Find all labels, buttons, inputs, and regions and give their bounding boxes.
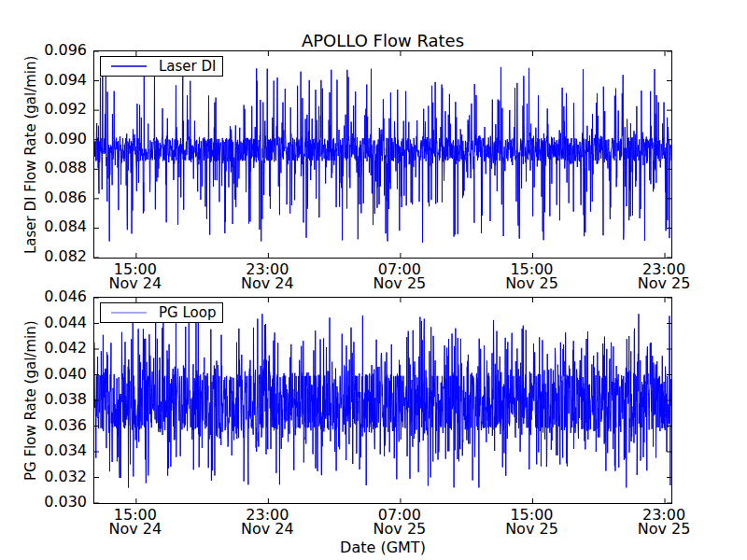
x-tick-label: 23:00Nov 25: [622, 262, 706, 290]
x-tick-date: Nov 25: [358, 276, 442, 290]
y-tick-label: 0.086: [29, 190, 87, 205]
legend-line-sample-icon: [111, 65, 147, 67]
y-tick-label: 0.088: [29, 161, 87, 175]
y-tick-label: 0.034: [29, 443, 87, 458]
axes-pg-loop: PG Loop: [93, 297, 672, 504]
pg-loop-plot-area: [94, 298, 671, 503]
x-tick-label: 07:00Nov 25: [358, 508, 442, 536]
y-tick-label: 0.082: [29, 249, 87, 264]
x-tick-date: Nov 24: [225, 276, 309, 290]
legend-pg-loop: PG Loop: [100, 302, 223, 323]
y-tick-label: 0.038: [29, 392, 87, 407]
x-tick-date: Nov 25: [489, 276, 573, 290]
x-tick-label: 15:00Nov 24: [93, 262, 177, 290]
y-tick-label: 0.092: [29, 102, 87, 117]
x-tick-date: Nov 24: [225, 522, 309, 536]
legend-label-laser-di: Laser DI: [159, 58, 217, 75]
y-tick-label: 0.096: [29, 43, 87, 58]
x-tick-label: 23:00Nov 25: [622, 508, 706, 536]
y-tick-label: 0.084: [29, 219, 87, 234]
y-tick-label: 0.036: [29, 418, 87, 433]
series-pg-loop: [94, 314, 671, 487]
xlabel-date-gmt: Date (GMT): [93, 539, 672, 556]
x-tick-date: Nov 24: [93, 522, 177, 536]
apollo-flow-rates-figure: APOLLO Flow Rates Laser DI PG Loop Laser…: [0, 0, 747, 560]
laser-di-plot-area: [94, 51, 671, 258]
legend-line-sample-icon: [111, 312, 147, 314]
legend-laser-di: Laser DI: [100, 56, 223, 77]
y-tick-label: 0.042: [29, 341, 87, 356]
x-tick-date: Nov 25: [622, 276, 706, 290]
series-laser-di: [94, 67, 671, 243]
x-tick-date: Nov 24: [93, 276, 177, 290]
y-tick-label: 0.046: [29, 289, 87, 304]
x-tick-date: Nov 25: [489, 522, 573, 536]
x-tick-label: 15:00Nov 24: [93, 508, 177, 536]
x-tick-date: Nov 25: [622, 522, 706, 536]
x-tick-label: 15:00Nov 25: [489, 508, 573, 536]
chart-title: APOLLO Flow Rates: [93, 31, 672, 50]
y-tick-label: 0.040: [29, 367, 87, 382]
x-tick-label: 23:00Nov 24: [225, 508, 309, 536]
x-tick-label: 07:00Nov 25: [358, 262, 442, 290]
legend-label-pg-loop: PG Loop: [159, 304, 216, 321]
x-tick-label: 15:00Nov 25: [489, 262, 573, 290]
y-tick-label: 0.030: [29, 495, 87, 510]
y-tick-label: 0.032: [29, 469, 87, 484]
axes-laser-di: Laser DI: [93, 50, 672, 259]
y-tick-label: 0.090: [29, 132, 87, 147]
x-tick-label: 23:00Nov 24: [225, 262, 309, 290]
x-tick-date: Nov 25: [358, 522, 442, 536]
y-tick-label: 0.094: [29, 73, 87, 88]
y-tick-label: 0.044: [29, 315, 87, 330]
